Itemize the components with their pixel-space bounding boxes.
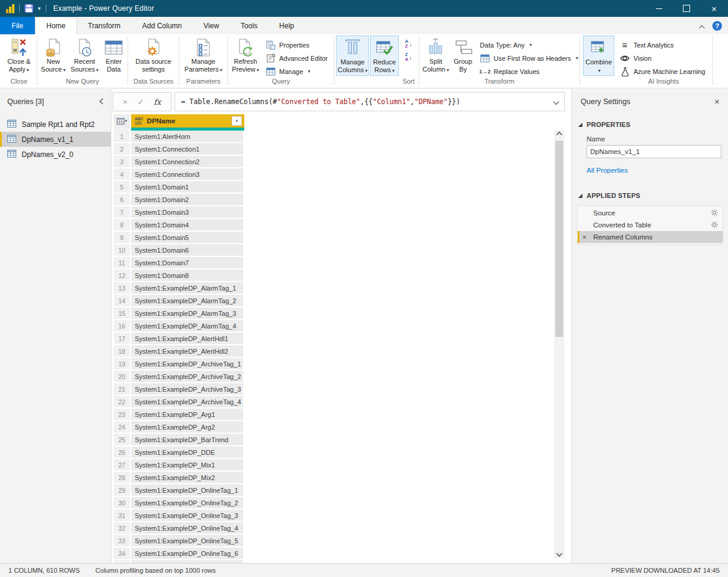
new-source-button[interactable]: New Source▾ [39, 35, 67, 74]
table-row[interactable]: 14 System1:ExampleDP_AlarmTag_2 [114, 295, 244, 307]
step-settings-gear-icon[interactable] [711, 209, 718, 218]
tab-help[interactable]: Help [268, 17, 305, 34]
table-row[interactable]: 8 System1:Domain4 [114, 219, 244, 232]
cell-value[interactable]: System1:Domain8 [131, 270, 243, 282]
advanced-editor-button[interactable]: Advanced Editor [265, 53, 328, 63]
collapse-pane-icon[interactable] [99, 96, 103, 107]
use-first-row-as-headers-button[interactable]: Use First Row as Headers▾ [480, 53, 578, 63]
group-by-button[interactable]: Group By [452, 35, 474, 73]
table-row[interactable]: 1 System1:AlertHorn [114, 131, 244, 143]
cell-value[interactable]: System1:Domain5 [131, 232, 243, 244]
scroll-up-icon[interactable] [554, 131, 564, 136]
data-source-settings-button[interactable]: Data source settings [132, 35, 174, 73]
cell-value[interactable]: System1:Connection1 [131, 143, 243, 156]
applied-step[interactable]: × Source [578, 207, 723, 219]
collapse-ribbon-icon[interactable] [699, 20, 705, 31]
cell-value[interactable]: System1:AlertHorn [131, 131, 243, 143]
properties-button[interactable]: Properties [265, 40, 328, 50]
table-row[interactable]: 33 System1:ExampleDP_OnlineTag_5 [114, 535, 244, 548]
cell-value[interactable]: System1:ExampleDP_OnlineTag_3 [131, 510, 243, 522]
scroll-down-icon[interactable] [554, 552, 564, 557]
scrollbar-thumb[interactable] [555, 141, 563, 337]
table-row[interactable]: 29 System1:ExampleDP_OnlineTag_1 [114, 484, 244, 497]
cell-value[interactable]: System1:Domain6 [131, 244, 243, 257]
table-row[interactable]: 22 System1:ExampleDP_ArchiveTag_4 [114, 396, 244, 409]
tab-add-column[interactable]: Add Column [131, 17, 193, 34]
tab-tools[interactable]: Tools [230, 17, 268, 34]
cell-value[interactable]: System1:ExampleDP_AlarmTag_4 [131, 320, 243, 333]
table-row[interactable]: 12 System1:Domain8 [114, 270, 244, 282]
text-analytics-button[interactable]: ≡ Text Analytics [620, 40, 705, 50]
table-row[interactable]: 18 System1:ExampleDP_AlertHdl2 [114, 345, 244, 358]
profiling-status[interactable]: Column profiling based on top 1000 rows [96, 567, 216, 574]
cell-value[interactable]: System1:ExampleDP_OnlineTag_4 [131, 522, 243, 535]
sort-ascending-button[interactable]: AZ ↓ [405, 39, 412, 49]
cell-value[interactable]: System1:ExampleDP_OnlineTag_6 [131, 548, 243, 560]
column-header-dpname[interactable]: ABC123 DPName ▾ [131, 114, 244, 128]
cell-value[interactable]: System1:ExampleDP_AlertHdl1 [131, 333, 243, 345]
cell-value[interactable]: System1:ExampleDP_AlarmTag_3 [131, 307, 243, 320]
save-icon[interactable] [25, 4, 33, 13]
maximize-button[interactable] [673, 0, 700, 17]
table-row[interactable]: 24 System1:ExampleDP_Arg2 [114, 421, 244, 434]
table-row[interactable]: 30 System1:ExampleDP_OnlineTag_2 [114, 497, 244, 510]
cell-value[interactable]: System1:Domain1 [131, 181, 243, 194]
query-name-input[interactable] [587, 145, 721, 158]
table-row[interactable]: 28 System1:ExampleDP_Mix2 [114, 472, 244, 484]
tab-home[interactable]: Home [35, 17, 77, 34]
table-row[interactable]: 27 System1:ExampleDP_Mix1 [114, 459, 244, 472]
formula-input[interactable]: = Table.RenameColumns(#"Converted to Tab… [174, 92, 565, 111]
applied-step[interactable]: × Renamed Columns [578, 231, 723, 243]
table-row[interactable]: 17 System1:ExampleDP_AlertHdl1 [114, 333, 244, 345]
table-row[interactable]: 32 System1:ExampleDP_OnlineTag_4 [114, 522, 244, 535]
cell-value[interactable]: System1:ExampleDP_OnlineTag_5 [131, 535, 243, 548]
table-row[interactable]: 26 System1:ExampleDP_DDE [114, 446, 244, 459]
fx-icon[interactable]: fx [153, 97, 161, 106]
tab-file[interactable]: File [0, 17, 35, 34]
table-row[interactable]: 16 System1:ExampleDP_AlarmTag_4 [114, 320, 244, 333]
table-row[interactable]: 9 System1:Domain5 [114, 232, 244, 244]
delete-step-icon[interactable]: × [582, 233, 586, 241]
cell-value[interactable]: System1:ExampleDP_ArchiveTag_2 [131, 371, 243, 383]
cell-value[interactable]: System1:ExampleDP_Arg2 [131, 421, 243, 434]
cell-value[interactable]: System1:Domain7 [131, 257, 243, 270]
split-column-button[interactable]: Split Column▾ [421, 35, 451, 74]
table-row[interactable]: 15 System1:ExampleDP_AlarmTag_3 [114, 307, 244, 320]
cell-value[interactable]: System1:ExampleDP_BarTrend [131, 434, 243, 446]
cell-value[interactable]: System1:ExampleDP_AlarmTag_2 [131, 295, 243, 307]
cell-value[interactable]: System1:ExampleDP_Arg1 [131, 409, 243, 421]
cell-value[interactable]: System1:ExampleDP_Mix1 [131, 459, 243, 472]
recent-sources-button[interactable]: Recent Sources▾ [69, 35, 100, 74]
table-row[interactable]: 20 System1:ExampleDP_ArchiveTag_2 [114, 371, 244, 383]
table-row[interactable]: 11 System1:Domain7 [114, 257, 244, 270]
table-row[interactable]: 19 System1:ExampleDP_ArchiveTag_1 [114, 358, 244, 371]
enter-data-button[interactable]: Enter Data [102, 35, 126, 73]
cell-value[interactable]: System1:ExampleDP_ArchiveTag_3 [131, 383, 243, 396]
cancel-formula-icon[interactable]: × [123, 97, 128, 106]
properties-section-header[interactable]: PROPERTIES [572, 121, 728, 128]
tab-transform[interactable]: Transform [77, 17, 131, 34]
quick-access-caret-icon[interactable]: ▾ [38, 6, 41, 11]
tab-view[interactable]: View [193, 17, 230, 34]
cell-value[interactable]: System1:ExampleDP_DDE [131, 446, 243, 459]
combine-button[interactable]: Combine▾ [583, 35, 614, 76]
table-row[interactable]: 13 System1:ExampleDP_AlarmTag_1 [114, 282, 244, 295]
reduce-rows-button[interactable]: Reduce Rows▾ [370, 35, 399, 76]
cell-value[interactable]: System1:Domain4 [131, 219, 243, 232]
cell-value[interactable]: System1:ExampleDP_Mix2 [131, 472, 243, 484]
table-row[interactable]: 23 System1:ExampleDP_Arg1 [114, 409, 244, 421]
close-window-button[interactable]: × [700, 0, 728, 17]
cell-value[interactable]: System1:ExampleDP_ArchiveTag_4 [131, 396, 243, 409]
table-row[interactable]: 10 System1:Domain6 [114, 244, 244, 257]
vision-button[interactable]: Vision [620, 53, 705, 63]
cell-value[interactable]: System1:ExampleDP_OnlineTag_1 [131, 484, 243, 497]
cell-value[interactable]: System1:Domain3 [131, 206, 243, 219]
cell-value[interactable]: System1:ExampleDP_AlertHdl2 [131, 345, 243, 358]
sort-descending-button[interactable]: ZA ↓ [405, 52, 412, 62]
cell-value[interactable]: System1:ExampleDP_OnlineTag_2 [131, 497, 243, 510]
replace-values-button[interactable]: 1→2 Replace Values [480, 66, 578, 76]
close-and-apply-button[interactable]: Close & Apply▾ [4, 35, 35, 74]
cell-value[interactable]: System1:ExampleDP_AlarmTag_1 [131, 282, 243, 295]
table-row[interactable]: 4 System1:Connection3 [114, 168, 244, 181]
refresh-preview-button[interactable]: Refresh Preview▾ [230, 35, 261, 74]
